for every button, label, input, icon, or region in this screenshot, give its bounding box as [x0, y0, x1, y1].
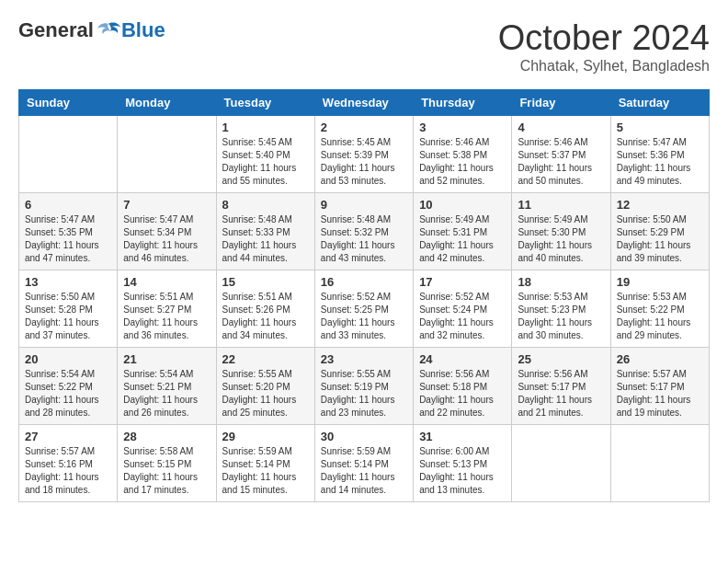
day-number: 30: [321, 430, 407, 443]
day-info: Sunrise: 5:49 AM Sunset: 5:30 PM Dayligh…: [518, 213, 604, 265]
day-info: Sunrise: 6:00 AM Sunset: 5:13 PM Dayligh…: [419, 445, 506, 497]
day-info: Sunrise: 5:56 AM Sunset: 5:17 PM Dayligh…: [518, 368, 604, 419]
day-info: Sunrise: 5:51 AM Sunset: 5:26 PM Dayligh…: [222, 291, 309, 342]
day-info: Sunrise: 5:59 AM Sunset: 5:14 PM Dayligh…: [222, 445, 309, 497]
day-info: Sunrise: 5:47 AM Sunset: 5:36 PM Dayligh…: [617, 136, 703, 188]
day-number: 11: [518, 198, 604, 212]
calendar-day-cell: [512, 425, 610, 502]
calendar-day-cell: 20Sunrise: 5:54 AM Sunset: 5:22 PM Dayli…: [19, 348, 118, 425]
day-info: Sunrise: 5:54 AM Sunset: 5:21 PM Dayligh…: [123, 368, 210, 419]
day-number: 25: [518, 352, 604, 366]
calendar-day-cell: 5Sunrise: 5:47 AM Sunset: 5:36 PM Daylig…: [610, 116, 709, 193]
calendar-table: SundayMondayTuesdayWednesdayThursdayFrid…: [18, 89, 710, 502]
location-subtitle: Chhatak, Sylhet, Bangladesh: [498, 58, 710, 75]
calendar-day-cell: 7Sunrise: 5:47 AM Sunset: 5:34 PM Daylig…: [118, 193, 216, 270]
day-number: 14: [123, 275, 210, 289]
calendar-day-cell: 27Sunrise: 5:57 AM Sunset: 5:16 PM Dayli…: [19, 425, 118, 502]
calendar-day-cell: 10Sunrise: 5:49 AM Sunset: 5:31 PM Dayli…: [414, 193, 512, 270]
calendar-week-row: 20Sunrise: 5:54 AM Sunset: 5:22 PM Dayli…: [19, 348, 710, 425]
day-info: Sunrise: 5:57 AM Sunset: 5:17 PM Dayligh…: [617, 368, 703, 419]
logo-bird-icon: [96, 20, 121, 40]
day-number: 12: [617, 198, 703, 212]
day-info: Sunrise: 5:49 AM Sunset: 5:31 PM Dayligh…: [419, 213, 506, 265]
calendar-day-cell: 4Sunrise: 5:46 AM Sunset: 5:37 PM Daylig…: [512, 116, 610, 193]
day-number: 3: [419, 121, 506, 134]
day-number: 22: [222, 352, 309, 366]
calendar-week-row: 6Sunrise: 5:47 AM Sunset: 5:35 PM Daylig…: [19, 193, 710, 270]
calendar-day-cell: 6Sunrise: 5:47 AM Sunset: 5:35 PM Daylig…: [19, 193, 118, 270]
day-number: 18: [518, 275, 604, 289]
logo: General Blue: [18, 18, 165, 42]
calendar-day-cell: 18Sunrise: 5:53 AM Sunset: 5:23 PM Dayli…: [512, 270, 610, 348]
calendar-day-cell: 19Sunrise: 5:53 AM Sunset: 5:22 PM Dayli…: [610, 270, 709, 348]
calendar-day-cell: 3Sunrise: 5:46 AM Sunset: 5:38 PM Daylig…: [414, 116, 512, 193]
day-info: Sunrise: 5:53 AM Sunset: 5:22 PM Dayligh…: [617, 291, 703, 342]
calendar-day-header: Saturday: [610, 90, 709, 116]
calendar-week-row: 13Sunrise: 5:50 AM Sunset: 5:28 PM Dayli…: [19, 270, 710, 348]
day-number: 29: [222, 430, 309, 443]
day-number: 23: [321, 352, 407, 366]
day-number: 26: [617, 352, 703, 366]
calendar-day-cell: 28Sunrise: 5:58 AM Sunset: 5:15 PM Dayli…: [118, 425, 216, 502]
day-number: 19: [617, 275, 703, 289]
calendar-header-row: SundayMondayTuesdayWednesdayThursdayFrid…: [19, 90, 710, 116]
day-info: Sunrise: 5:50 AM Sunset: 5:28 PM Dayligh…: [25, 291, 111, 342]
day-number: 13: [25, 275, 111, 289]
day-info: Sunrise: 5:59 AM Sunset: 5:14 PM Dayligh…: [321, 445, 407, 497]
calendar-week-row: 1Sunrise: 5:45 AM Sunset: 5:40 PM Daylig…: [19, 116, 710, 193]
month-title: October 2024: [498, 18, 710, 58]
day-info: Sunrise: 5:45 AM Sunset: 5:40 PM Dayligh…: [222, 136, 309, 188]
calendar-day-cell: 31Sunrise: 6:00 AM Sunset: 5:13 PM Dayli…: [414, 425, 512, 502]
day-number: 6: [25, 198, 111, 212]
day-info: Sunrise: 5:47 AM Sunset: 5:35 PM Dayligh…: [25, 213, 111, 265]
day-info: Sunrise: 5:46 AM Sunset: 5:38 PM Dayligh…: [419, 136, 506, 188]
day-info: Sunrise: 5:45 AM Sunset: 5:39 PM Dayligh…: [321, 136, 407, 188]
calendar-day-cell: 2Sunrise: 5:45 AM Sunset: 5:39 PM Daylig…: [314, 116, 413, 193]
day-info: Sunrise: 5:48 AM Sunset: 5:32 PM Dayligh…: [321, 213, 407, 265]
day-number: 4: [518, 121, 604, 134]
day-info: Sunrise: 5:52 AM Sunset: 5:24 PM Dayligh…: [419, 291, 506, 342]
day-number: 31: [419, 430, 506, 443]
calendar-day-header: Tuesday: [216, 90, 314, 116]
calendar-day-cell: 30Sunrise: 5:59 AM Sunset: 5:14 PM Dayli…: [314, 425, 413, 502]
calendar-day-cell: 14Sunrise: 5:51 AM Sunset: 5:27 PM Dayli…: [118, 270, 216, 348]
day-number: 20: [25, 352, 111, 366]
calendar-day-cell: 25Sunrise: 5:56 AM Sunset: 5:17 PM Dayli…: [512, 348, 610, 425]
calendar-day-cell: 21Sunrise: 5:54 AM Sunset: 5:21 PM Dayli…: [118, 348, 216, 425]
logo-blue: Blue: [121, 18, 165, 42]
day-info: Sunrise: 5:46 AM Sunset: 5:37 PM Dayligh…: [518, 136, 604, 188]
calendar-day-cell: 26Sunrise: 5:57 AM Sunset: 5:17 PM Dayli…: [610, 348, 709, 425]
day-info: Sunrise: 5:56 AM Sunset: 5:18 PM Dayligh…: [419, 368, 506, 419]
calendar-day-header: Sunday: [19, 90, 118, 116]
day-number: 7: [123, 198, 210, 212]
calendar-day-cell: 15Sunrise: 5:51 AM Sunset: 5:26 PM Dayli…: [216, 270, 314, 348]
calendar-day-cell: 16Sunrise: 5:52 AM Sunset: 5:25 PM Dayli…: [314, 270, 413, 348]
logo-text: General Blue: [18, 18, 165, 42]
calendar-day-cell: [610, 425, 709, 502]
day-number: 5: [617, 121, 703, 134]
day-info: Sunrise: 5:53 AM Sunset: 5:23 PM Dayligh…: [518, 291, 604, 342]
day-info: Sunrise: 5:58 AM Sunset: 5:15 PM Dayligh…: [123, 445, 210, 497]
calendar-day-header: Wednesday: [314, 90, 413, 116]
day-info: Sunrise: 5:55 AM Sunset: 5:20 PM Dayligh…: [222, 368, 309, 419]
day-number: 24: [419, 352, 506, 366]
title-area: October 2024 Chhatak, Sylhet, Bangladesh: [498, 18, 710, 75]
calendar-day-cell: 9Sunrise: 5:48 AM Sunset: 5:32 PM Daylig…: [314, 193, 413, 270]
day-info: Sunrise: 5:57 AM Sunset: 5:16 PM Dayligh…: [25, 445, 111, 497]
day-number: 17: [419, 275, 506, 289]
day-number: 27: [25, 430, 111, 443]
day-info: Sunrise: 5:48 AM Sunset: 5:33 PM Dayligh…: [222, 213, 309, 265]
day-number: 21: [123, 352, 210, 366]
day-number: 2: [321, 121, 407, 134]
day-number: 28: [123, 430, 210, 443]
day-info: Sunrise: 5:47 AM Sunset: 5:34 PM Dayligh…: [123, 213, 210, 265]
calendar-day-cell: 8Sunrise: 5:48 AM Sunset: 5:33 PM Daylig…: [216, 193, 314, 270]
day-info: Sunrise: 5:52 AM Sunset: 5:25 PM Dayligh…: [321, 291, 407, 342]
calendar-day-cell: 1Sunrise: 5:45 AM Sunset: 5:40 PM Daylig…: [216, 116, 314, 193]
day-number: 9: [321, 198, 407, 212]
calendar-day-header: Thursday: [414, 90, 512, 116]
day-number: 15: [222, 275, 309, 289]
calendar-day-cell: 12Sunrise: 5:50 AM Sunset: 5:29 PM Dayli…: [610, 193, 709, 270]
day-info: Sunrise: 5:51 AM Sunset: 5:27 PM Dayligh…: [123, 291, 210, 342]
logo-general: General: [18, 18, 94, 42]
